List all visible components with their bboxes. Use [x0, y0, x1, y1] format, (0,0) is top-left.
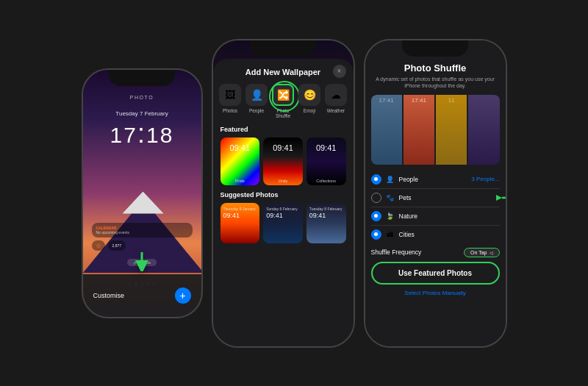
cities-radio[interactable]: [371, 229, 381, 240]
featured-pride[interactable]: 09:41 Pride: [220, 137, 260, 185]
nature-text: Nature: [399, 212, 500, 220]
modal-close-button[interactable]: ×: [333, 65, 346, 78]
phone1-bottom-bar: Customise +: [83, 274, 201, 317]
pride-bg: 09:41 Pride: [220, 137, 260, 185]
clock-hours: 17: [110, 123, 137, 147]
weather-icon-box: ☁: [325, 84, 347, 106]
type-emoji[interactable]: 😊 Emoji: [298, 84, 320, 118]
people-icon-box: 👤: [245, 84, 268, 106]
phone1-widgets: Calendar No upcoming events ◎ 2,877: [92, 223, 193, 251]
emoji-label: Emoji: [304, 108, 315, 113]
clock-minutes: 18: [146, 123, 173, 147]
type-people[interactable]: 👤 People: [245, 84, 268, 118]
weather-label: Weather: [327, 108, 345, 113]
phone-3: Photo Shuffle A dynamic set of photos th…: [364, 39, 507, 348]
sugg3-time: 09:41: [309, 212, 326, 219]
people-label: People: [249, 108, 264, 113]
people-count: 3 People...: [471, 176, 499, 182]
phone1-notch: [109, 70, 175, 86]
suggested-2[interactable]: Sunday 6 February 09:41: [263, 203, 303, 243]
collections-label: Collections: [306, 179, 346, 183]
type-photo-shuffle[interactable]: 🔀 PhotoShuffle: [272, 84, 294, 118]
phone2-notch: [250, 40, 316, 57]
calendar-text: No upcoming events: [96, 230, 188, 235]
use-featured-photos-button[interactable]: Use Featured Photos: [371, 262, 500, 285]
main-container: PHOTO Tuesday 7 February 17:18 Calendar …: [0, 0, 588, 386]
p3-photo-1: 17:41: [371, 95, 402, 165]
collections-bg: 09:41 Collections: [306, 137, 346, 185]
unity-label: Unity: [263, 179, 303, 183]
shuffle-chevron-icon: ◁: [490, 250, 493, 255]
widget-count: 2,877: [108, 240, 126, 251]
phone3-screen: Photo Shuffle A dynamic set of photos th…: [365, 40, 506, 346]
widget-calendar: Calendar No upcoming events: [92, 223, 193, 237]
shuffle-circle-highlight: [269, 81, 300, 112]
phone1-clock: 17:18: [83, 118, 201, 149]
featured-section-label: Featured: [220, 126, 346, 133]
modal-sheet: Add New Wallpaper × 🖼 Photos 👤 People: [213, 59, 354, 346]
people-radio[interactable]: [371, 174, 381, 185]
suggested-section-label: Suggested Photos: [220, 191, 346, 199]
nature-radio[interactable]: [371, 211, 381, 221]
wallpaper-types-row: 🖼 Photos 👤 People 🔀 PhotoShuffle: [220, 84, 346, 118]
shuffle-freq-pill[interactable]: On Tap ◁: [464, 248, 499, 257]
shuffle-freq-label: Shuffle Frequency: [371, 249, 422, 256]
pride-time: 09:41: [230, 143, 251, 152]
p3-photo-2: 17:41: [404, 95, 434, 165]
green-arrow-down: [134, 251, 150, 274]
modal-title: Add New Wallpaper: [220, 68, 346, 76]
shuffle-freq-value: On Tap: [470, 250, 487, 255]
shuffle-icon-box: 🔀: [272, 84, 294, 106]
option-people[interactable]: 👤 People 3 People...: [371, 171, 500, 189]
p3-photo-4: [468, 95, 499, 165]
option-cities[interactable]: 🏙 Cities: [371, 226, 500, 243]
sugg1-date: Thursday 9 January: [223, 207, 256, 211]
pride-label: Pride: [220, 179, 260, 183]
phone1-screen: PHOTO Tuesday 7 February 17:18 Calendar …: [83, 70, 201, 317]
emoji-icon-box: 😊: [298, 84, 320, 106]
sugg1-time: 09:41: [223, 212, 240, 219]
phone-2: Add New Wallpaper × 🖼 Photos 👤 People: [212, 39, 355, 348]
plus-button[interactable]: +: [175, 287, 191, 304]
people-text: People: [399, 176, 467, 183]
pets-arrow: [496, 190, 506, 205]
shuffle-label: PhotoShuffle: [276, 108, 290, 118]
select-photos-manually-link[interactable]: Select Photos Manually: [365, 287, 506, 299]
phone1-time-block: Tuesday 7 February 17:18: [83, 110, 201, 149]
type-weather[interactable]: ☁ Weather: [325, 84, 347, 118]
option-pets[interactable]: 🐾 Pets: [371, 189, 500, 207]
sugg3-date: Tuesday 8 February: [309, 207, 343, 211]
featured-grid: 09:41 Pride 09:41 Unity 09:41 Coll: [220, 137, 346, 185]
widget-circle: ◎: [92, 240, 105, 251]
sugg2-date: Sunday 6 February: [266, 207, 298, 211]
type-photos[interactable]: 🖼 Photos: [219, 84, 241, 118]
phone-1: PHOTO Tuesday 7 February 17:18 Calendar …: [82, 68, 203, 318]
pets-icon: 🐾: [386, 194, 395, 201]
shuffle-frequency-row: Shuffle Frequency On Tap ◁: [371, 248, 500, 257]
cities-icon: 🏙: [386, 231, 395, 238]
nature-icon: 🍃: [386, 212, 395, 220]
suggested-grid: Thursday 9 January 09:41 Sunday 6 Februa…: [220, 203, 346, 243]
p3-photo-grid: 17:41 17:41 11: [371, 95, 500, 165]
p3-subtitle: A dynamic set of photos that shuffle as …: [374, 76, 497, 89]
suggested-3[interactable]: Tuesday 8 February 09:41: [306, 203, 346, 243]
unity-time: 09:41: [273, 143, 293, 152]
customise-button[interactable]: Customise: [93, 292, 125, 299]
option-nature[interactable]: 🍃 Nature: [371, 207, 500, 226]
featured-unity[interactable]: 09:41 Unity: [263, 137, 303, 185]
phone1-date: Tuesday 7 February: [83, 110, 201, 117]
people-icon: 👤: [386, 176, 395, 183]
cities-text: Cities: [399, 231, 500, 238]
pets-text: Pets: [399, 194, 500, 201]
suggested-1[interactable]: Thursday 9 January 09:41: [220, 203, 260, 243]
pets-radio[interactable]: [371, 193, 381, 203]
photos-label: Photos: [223, 108, 237, 113]
p3-options-list: 👤 People 3 People... 🐾 Pets: [371, 171, 500, 243]
p3-photo-3: 11: [436, 95, 467, 165]
phone3-notch: [402, 40, 468, 57]
unity-bg: 09:41 Unity: [263, 137, 303, 185]
sugg2-time: 09:41: [266, 212, 283, 219]
widget-row: ◎ 2,877: [92, 240, 193, 251]
collections-time: 09:41: [316, 143, 337, 152]
featured-collections[interactable]: 09:41 Collections: [306, 137, 346, 185]
